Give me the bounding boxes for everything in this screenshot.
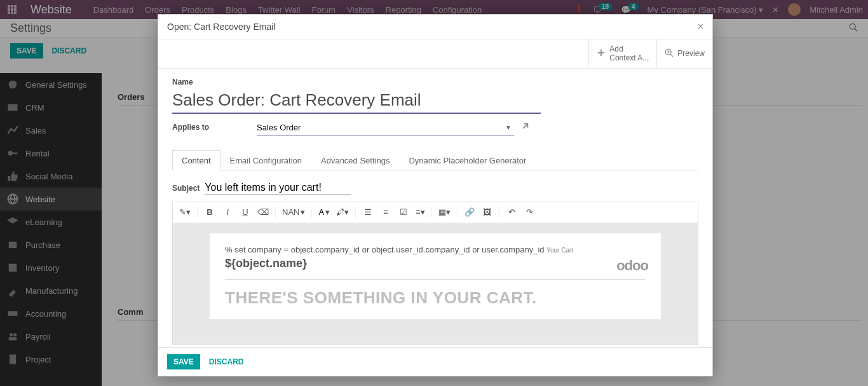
rte-image-icon[interactable]: 🖼 [479,205,496,220]
email-headline: THERE'S SOMETHING IN YOUR CART. [225,289,646,308]
rte-font-color-icon[interactable]: A▾ [316,205,332,220]
action-label: Preview [677,49,705,58]
tab-content[interactable]: Content [172,150,220,170]
rte-underline-icon[interactable]: U [237,205,254,220]
plus-icon [597,48,606,59]
external-link-icon[interactable] [520,122,529,133]
applies-to-label: Applies to [172,123,257,132]
rte-undo-icon[interactable]: ↶ [504,205,520,220]
odoo-logo: odoo [616,258,648,274]
modal-footer: SAVE DISCARD [158,347,712,376]
email-object-name: ${object.name} [225,257,646,270]
cart-recovery-modal: Open: Cart Recovery Email × AddContext A… [158,14,713,376]
rte-toolbar: ✎▾ B I U ⌫ NAN ▾ A▾ 🖍▾ ☰ ≡ ☑ ≡▾ [173,202,698,223]
rte-body[interactable]: odoo % set company = object.company_id o… [173,223,698,344]
chevron-down-icon[interactable]: ▼ [505,124,512,131]
rte-checklist-icon[interactable]: ☑ [395,205,412,220]
modal-actions-row: AddContext A... Preview [158,39,712,69]
email-line1: % set company = object.company_id or obj… [225,245,646,254]
magnify-plus-icon [665,48,674,59]
rich-text-editor: ✎▾ B I U ⌫ NAN ▾ A▾ 🖍▾ ☰ ≡ ☑ ≡▾ [172,202,698,345]
applies-to-select[interactable]: ▼ [257,120,514,135]
rte-eraser-icon[interactable]: ⌫ [255,205,271,220]
rte-edit-icon[interactable]: ✎▾ [177,205,193,220]
rte-ol-icon[interactable]: ≡ [377,205,394,220]
name-input[interactable] [172,88,541,114]
tab-advanced-settings[interactable]: Advanced Settings [311,150,399,170]
close-icon[interactable]: × [698,21,703,32]
svg-line-27 [671,54,674,57]
subject-row: Subject [172,181,698,195]
rte-italic-icon[interactable]: I [219,205,236,220]
subject-input[interactable] [205,181,351,195]
rte-font-select[interactable]: NAN ▾ [280,205,308,220]
rte-align-icon[interactable]: ≡▾ [413,205,428,220]
rte-redo-icon[interactable]: ↷ [522,205,538,220]
modal-body: AddContext A... Preview Name Applies to … [158,39,712,347]
name-label: Name [172,78,698,86]
applies-to-input[interactable] [257,120,503,135]
tab-email-configuration[interactable]: Email Configuration [220,150,311,170]
add-context-action-button[interactable]: AddContext A... [588,39,656,68]
modal-save-button[interactable]: SAVE [167,354,200,369]
rte-ul-icon[interactable]: ☰ [360,205,376,220]
preview-button[interactable]: Preview [656,39,712,68]
rte-link-icon[interactable]: 🔗 [461,205,478,220]
modal-header: Open: Cart Recovery Email × [158,15,712,39]
action-label: AddContext A... [609,45,649,63]
tab-dynamic-placeholder[interactable]: Dynamic Placeholder Generator [399,150,536,170]
email-preview-card: odoo % set company = object.company_id o… [210,233,661,319]
rte-table-icon[interactable]: ▦▾ [436,205,453,220]
subject-label: Subject [172,184,200,193]
modal-title: Open: Cart Recovery Email [167,22,275,32]
rte-bold-icon[interactable]: B [201,205,218,220]
modal-tabs: Content Email Configuration Advanced Set… [172,149,698,170]
modal-discard-button[interactable]: DISCARD [203,354,250,369]
modal-form: Name Applies to ▼ Content Email Configur… [158,69,712,347]
email-divider [225,279,646,280]
rte-highlight-icon[interactable]: 🖍▾ [334,205,351,220]
